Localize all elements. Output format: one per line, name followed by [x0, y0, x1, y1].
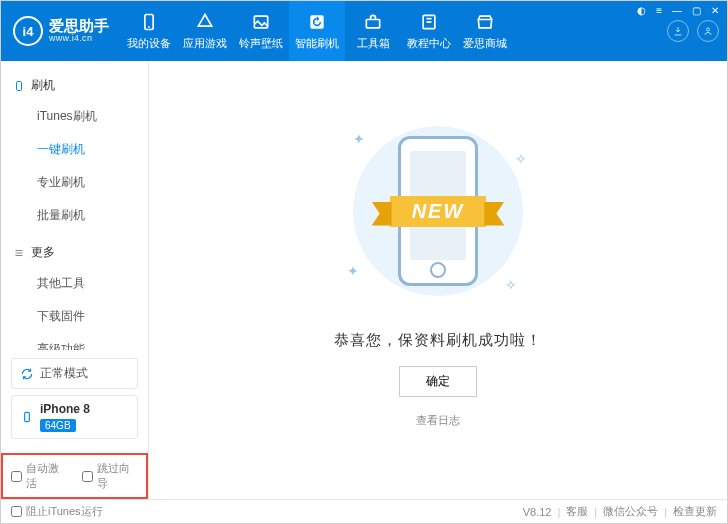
version-label: V8.12	[523, 506, 552, 518]
maximize-icon[interactable]: ▢	[692, 5, 701, 16]
svg-rect-13	[25, 412, 30, 421]
sidebar-item-download-fw[interactable]: 下载固件	[1, 300, 148, 333]
image-icon	[251, 12, 271, 32]
phone-small-icon	[20, 410, 34, 424]
sidebar-item-itunes-flash[interactable]: iTunes刷机	[1, 100, 148, 133]
skip-guide-label: 跳过向导	[97, 461, 139, 491]
top-nav: 我的设备 应用游戏 铃声壁纸 智能刷机 工具箱 教程中心	[121, 1, 659, 61]
brand-name: 爱思助手	[49, 18, 109, 35]
nav-label: 爱思商城	[463, 36, 507, 51]
device-capacity: 64GB	[40, 419, 76, 432]
nav-label: 我的设备	[127, 36, 171, 51]
separator: |	[664, 506, 667, 518]
main-pane: ✦ ✧ ✦ ✧ NEW 恭喜您，保资料刷机成功啦！ 确定 查看日志	[149, 61, 727, 499]
skip-guide-checkbox[interactable]: 跳过向导	[82, 461, 139, 491]
header: i4 爱思助手 www.i4.cn 我的设备 应用游戏 铃声壁纸 智能刷机	[1, 1, 727, 61]
app-window: ◐ ≡ — ▢ ✕ i4 爱思助手 www.i4.cn 我的设备 应用游戏	[0, 0, 728, 524]
nav-label: 工具箱	[357, 36, 390, 51]
sidebar-group-more[interactable]: 更多	[1, 238, 148, 267]
sidebar: 刷机 iTunes刷机 一键刷机 专业刷机 批量刷机 更多 其他工具 下载固件 …	[1, 61, 149, 499]
block-itunes-label: 阻止iTunes运行	[26, 504, 103, 519]
user-icon	[702, 25, 714, 37]
device-name: iPhone 8	[40, 402, 90, 416]
statusbar: 阻止iTunes运行 V8.12 | 客服 | 微信公众号 | 检查更新	[1, 499, 727, 523]
nav-store[interactable]: 爱思商城	[457, 1, 513, 61]
nav-ringtones[interactable]: 铃声壁纸	[233, 1, 289, 61]
nav-flash[interactable]: 智能刷机	[289, 1, 345, 61]
device-card[interactable]: iPhone 8 64GB	[11, 395, 138, 439]
sparkle-icon: ✦	[353, 131, 365, 147]
store-icon	[475, 12, 495, 32]
sidebar-item-batch-flash[interactable]: 批量刷机	[1, 199, 148, 232]
ok-button[interactable]: 确定	[399, 366, 477, 397]
nav-tutorial[interactable]: 教程中心	[401, 1, 457, 61]
toolbox-icon	[363, 12, 383, 32]
sidebar-group-title: 刷机	[31, 77, 55, 94]
book-icon	[419, 12, 439, 32]
refresh-icon	[307, 12, 327, 32]
svg-point-8	[707, 28, 710, 31]
body: 刷机 iTunes刷机 一键刷机 专业刷机 批量刷机 更多 其他工具 下载固件 …	[1, 61, 727, 499]
auto-activate-input[interactable]	[11, 471, 22, 482]
skip-guide-input[interactable]	[82, 471, 93, 482]
sparkle-icon: ✦	[347, 263, 359, 279]
mode-card[interactable]: 正常模式	[11, 358, 138, 389]
view-log-link[interactable]: 查看日志	[416, 413, 460, 428]
download-icon	[672, 25, 684, 37]
window-controls: ◐ ≡ — ▢ ✕	[637, 5, 719, 16]
nav-label: 应用游戏	[183, 36, 227, 51]
device-icon	[13, 80, 25, 92]
separator: |	[594, 506, 597, 518]
bottom-options: 自动激活 跳过向导	[1, 453, 148, 499]
wechat-link[interactable]: 微信公众号	[603, 504, 658, 519]
nav-label: 铃声壁纸	[239, 36, 283, 51]
minimize-icon[interactable]: —	[672, 5, 682, 16]
svg-rect-9	[17, 81, 22, 90]
auto-activate-checkbox[interactable]: 自动激活	[11, 461, 68, 491]
menu-icon[interactable]: ≡	[656, 5, 662, 16]
sidebar-item-pro-flash[interactable]: 专业刷机	[1, 166, 148, 199]
close-icon[interactable]: ✕	[711, 5, 719, 16]
brand-logo-icon: i4	[13, 16, 43, 46]
sync-icon	[20, 367, 34, 381]
sparkle-icon: ✧	[505, 277, 517, 293]
account-button[interactable]	[697, 20, 719, 42]
block-itunes-checkbox[interactable]: 阻止iTunes运行	[11, 504, 103, 519]
phone-icon	[139, 12, 159, 32]
check-update-link[interactable]: 检查更新	[673, 504, 717, 519]
brand: i4 爱思助手 www.i4.cn	[1, 1, 121, 61]
appstore-icon	[195, 12, 215, 32]
block-itunes-input[interactable]	[11, 506, 22, 517]
mode-label: 正常模式	[40, 365, 88, 382]
nav-toolbox[interactable]: 工具箱	[345, 1, 401, 61]
nav-apps[interactable]: 应用游戏	[177, 1, 233, 61]
brand-url: www.i4.cn	[49, 34, 109, 44]
sidebar-item-other-tools[interactable]: 其他工具	[1, 267, 148, 300]
separator: |	[557, 506, 560, 518]
ribbon-text: NEW	[390, 196, 487, 227]
skin-icon[interactable]: ◐	[637, 5, 646, 16]
auto-activate-label: 自动激活	[26, 461, 68, 491]
new-ribbon: NEW	[348, 185, 528, 237]
list-icon	[13, 247, 25, 259]
nav-my-device[interactable]: 我的设备	[121, 1, 177, 61]
sidebar-group-flash[interactable]: 刷机	[1, 71, 148, 100]
sidebar-group-title: 更多	[31, 244, 55, 261]
nav-label: 教程中心	[407, 36, 451, 51]
success-illustration: ✦ ✧ ✦ ✧ NEW	[333, 111, 543, 311]
svg-rect-4	[366, 19, 379, 27]
nav-label: 智能刷机	[295, 36, 339, 51]
sidebar-item-oneclick-flash[interactable]: 一键刷机	[1, 133, 148, 166]
sidebar-item-advanced[interactable]: 高级功能	[1, 333, 148, 350]
download-button[interactable]	[667, 20, 689, 42]
success-message: 恭喜您，保资料刷机成功啦！	[334, 331, 542, 350]
sparkle-icon: ✧	[515, 151, 527, 167]
support-link[interactable]: 客服	[566, 504, 588, 519]
